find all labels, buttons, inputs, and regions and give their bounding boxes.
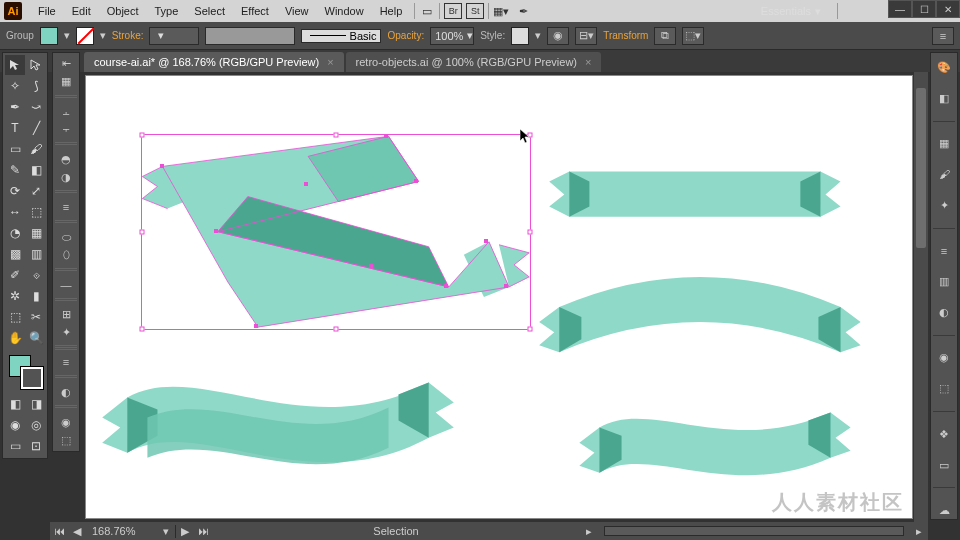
column-graph-tool[interactable]: ▮ bbox=[26, 286, 46, 306]
style-swatch[interactable] bbox=[511, 27, 529, 45]
handle-n[interactable] bbox=[334, 133, 339, 138]
brushes-panel-icon[interactable]: 🖌 bbox=[934, 166, 954, 183]
stroke-swatch[interactable] bbox=[76, 27, 94, 45]
horizontal-scrollbar[interactable] bbox=[604, 526, 904, 536]
minimize-button[interactable]: — bbox=[888, 0, 912, 18]
close-tab-icon[interactable]: × bbox=[585, 56, 591, 68]
stroke-label[interactable]: Stroke: bbox=[112, 30, 144, 41]
prev-artboard-button[interactable]: ◀ bbox=[68, 523, 86, 539]
grid-icon[interactable]: ▦ bbox=[56, 75, 76, 89]
gradient-panel-icon[interactable]: ▥ bbox=[934, 273, 954, 290]
shape-builder-tool[interactable]: ◔ bbox=[5, 223, 25, 243]
opacity-input[interactable]: 100%▾ bbox=[430, 27, 474, 45]
width-tool[interactable]: ↔ bbox=[5, 202, 25, 222]
pathfinder-unite-icon[interactable]: ◓ bbox=[56, 152, 76, 166]
handle-nw[interactable] bbox=[140, 133, 145, 138]
canvas[interactable]: 人人素材社区 bbox=[86, 76, 912, 518]
anchor-point[interactable] bbox=[504, 284, 508, 288]
free-transform-tool[interactable]: ⬚ bbox=[26, 202, 46, 222]
align-h-icon[interactable]: ⇤ bbox=[56, 57, 76, 71]
rectangle-tool[interactable]: ▭ bbox=[5, 139, 25, 159]
libraries-icon[interactable]: ☁ bbox=[934, 502, 954, 519]
panel-menu-icon[interactable]: ≡ bbox=[932, 27, 954, 45]
paintbrush-tool[interactable]: 🖌 bbox=[26, 139, 46, 159]
vertical-scrollbar[interactable] bbox=[914, 72, 928, 522]
feather-icon[interactable]: ✒ bbox=[515, 3, 531, 19]
align-top-icon[interactable]: ⫟ bbox=[56, 123, 76, 137]
anchor-point[interactable] bbox=[384, 134, 388, 138]
symbol-sprayer-tool[interactable]: ✲ bbox=[5, 286, 25, 306]
layers-panel-icon[interactable]: ❖ bbox=[934, 426, 954, 443]
graphic-styles-icon[interactable]: ⬚ bbox=[56, 433, 76, 447]
shape-mode-icon[interactable]: ⬭ bbox=[56, 230, 76, 244]
handle-s[interactable] bbox=[334, 327, 339, 332]
anchor-point[interactable] bbox=[414, 179, 418, 183]
symbols-icon[interactable]: ✦ bbox=[56, 326, 76, 340]
opacity-label[interactable]: Opacity: bbox=[387, 30, 424, 41]
pen-tool[interactable]: ✒ bbox=[5, 97, 25, 117]
workspace-switcher[interactable]: Essentials▾ bbox=[753, 5, 829, 18]
fill-swatch[interactable] bbox=[40, 27, 58, 45]
layout-icon[interactable]: ▭ bbox=[419, 3, 435, 19]
anchor-point[interactable] bbox=[304, 182, 308, 186]
menu-effect[interactable]: Effect bbox=[233, 5, 277, 17]
recolor-icon[interactable]: ◉ bbox=[547, 27, 569, 45]
line-tool[interactable]: ╱ bbox=[26, 118, 46, 138]
fill-stroke-control[interactable] bbox=[5, 353, 46, 393]
hand-tool[interactable]: ✋ bbox=[5, 328, 25, 348]
scale-tool[interactable]: ⤢ bbox=[26, 181, 46, 201]
menu-object[interactable]: Object bbox=[99, 5, 147, 17]
scroll-right[interactable]: ▸ bbox=[910, 523, 928, 539]
anchor-point[interactable] bbox=[444, 284, 448, 288]
rotate-tool[interactable]: ⟳ bbox=[5, 181, 25, 201]
appearance-panel-icon[interactable]: ◉ bbox=[934, 350, 954, 367]
zoom-tool[interactable]: 🔍 bbox=[26, 328, 46, 348]
last-artboard-button[interactable]: ⏭ bbox=[194, 523, 212, 539]
first-artboard-button[interactable]: ⏮ bbox=[50, 523, 68, 539]
perspective-tool[interactable]: ▦ bbox=[26, 223, 46, 243]
menu-view[interactable]: View bbox=[277, 5, 317, 17]
close-button[interactable]: ✕ bbox=[936, 0, 960, 18]
menu-file[interactable]: File bbox=[30, 5, 64, 17]
text-align-icon[interactable]: ≡ bbox=[56, 200, 76, 214]
graphic-styles-panel-icon[interactable]: ⬚ bbox=[934, 380, 954, 397]
gradient-tool[interactable]: ▥ bbox=[26, 244, 46, 264]
mesh-tool[interactable]: ▩ bbox=[5, 244, 25, 264]
tab-course-ai[interactable]: course-ai.ai* @ 168.76% (RGB/GPU Preview… bbox=[84, 52, 344, 72]
direct-selection-tool[interactable] bbox=[26, 55, 46, 75]
curvature-tool[interactable]: ⤻ bbox=[26, 97, 46, 117]
st-icon[interactable]: St bbox=[466, 3, 484, 19]
variable-width-profile[interactable]: Basic bbox=[301, 29, 381, 43]
menu-select[interactable]: Select bbox=[186, 5, 233, 17]
transparency-icon[interactable]: ◐ bbox=[56, 385, 76, 399]
handle-w[interactable] bbox=[140, 230, 145, 235]
br-icon[interactable]: Br bbox=[444, 3, 462, 19]
isolate-icon[interactable]: ⧉ bbox=[654, 27, 676, 45]
swatches-icon[interactable]: ⊞ bbox=[56, 308, 76, 322]
menu-edit[interactable]: Edit bbox=[64, 5, 99, 17]
type-tool[interactable]: T bbox=[5, 118, 25, 138]
gradient-mode-icon[interactable]: ◨ bbox=[26, 394, 46, 414]
color-mode-icon[interactable]: ◧ bbox=[5, 394, 25, 414]
appearance-icon[interactable]: ◉ bbox=[56, 415, 76, 429]
maximize-button[interactable]: ☐ bbox=[912, 0, 936, 18]
stroke-weight-input[interactable]: ▾ bbox=[149, 27, 199, 45]
artboards-panel-icon[interactable]: ▭ bbox=[934, 457, 954, 474]
color-panel-icon[interactable]: 🎨 bbox=[934, 59, 954, 76]
magic-wand-tool[interactable]: ✧ bbox=[5, 76, 25, 96]
tab-retro-objects[interactable]: retro-objects.ai @ 100% (RGB/GPU Preview… bbox=[346, 52, 602, 72]
transparency-panel-icon[interactable]: ◐ bbox=[934, 304, 954, 321]
color-guide-icon[interactable]: ◧ bbox=[934, 90, 954, 107]
blend-tool[interactable]: ⟐ bbox=[26, 265, 46, 285]
transform-label[interactable]: Transform bbox=[603, 30, 648, 41]
next-artboard-button[interactable]: ▶ bbox=[176, 523, 194, 539]
anchor-point[interactable] bbox=[369, 264, 373, 268]
anchor-point[interactable] bbox=[254, 324, 258, 328]
draw-behind-icon[interactable]: ◎ bbox=[26, 415, 46, 435]
draw-normal-icon[interactable]: ◉ bbox=[5, 415, 25, 435]
anchor-point[interactable] bbox=[214, 229, 218, 233]
shape-icon[interactable]: ⬚▾ bbox=[682, 27, 704, 45]
selection-tool[interactable] bbox=[5, 55, 25, 75]
brush-panel-icon[interactable]: — bbox=[56, 278, 76, 292]
stroke-dock-icon[interactable]: ≡ bbox=[934, 242, 954, 259]
